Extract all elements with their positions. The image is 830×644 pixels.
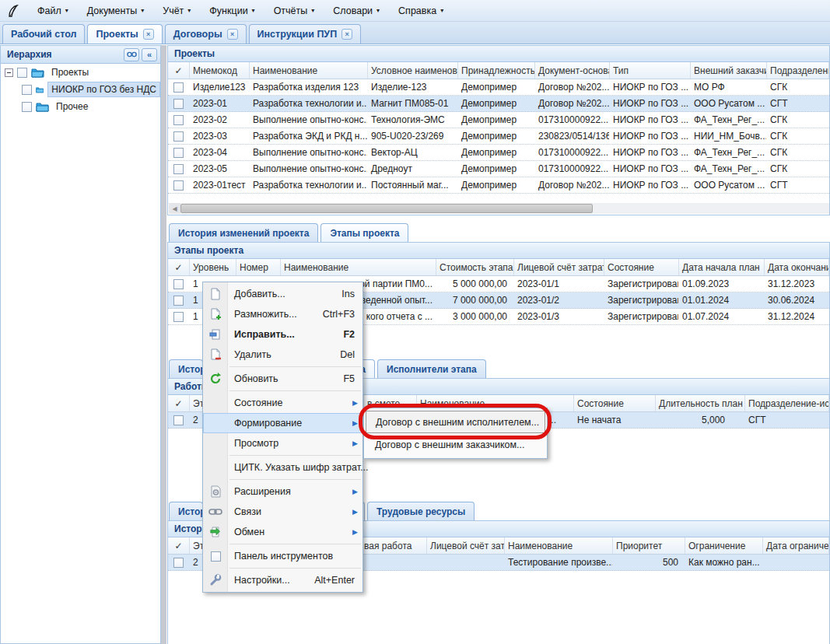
row-checkbox[interactable]: [173, 115, 184, 125]
tree-checkbox[interactable]: [22, 102, 32, 112]
menu-help[interactable]: Справка▾: [389, 2, 453, 19]
select-all-checkmark-icon[interactable]: ✓: [168, 62, 190, 79]
menu-item-toolbar-toggle[interactable]: Панель инструментов: [203, 546, 362, 566]
tree-node-projects[interactable]: Проекты: [1, 64, 160, 81]
table-row-selected[interactable]: 2023-01Разработка технологии и...Магнит …: [168, 96, 829, 112]
row-checkbox[interactable]: [173, 180, 184, 191]
tab-history-fragment[interactable]: Истор: [169, 502, 203, 520]
tab-contracts[interactable]: Договоры×: [165, 24, 247, 44]
row-checkbox[interactable]: [173, 558, 184, 568]
close-icon[interactable]: ×: [143, 29, 154, 40]
table-row[interactable]: 2023-01тестРазработка технологии и...Пос…: [168, 177, 829, 194]
column-header[interactable]: Приоритет: [613, 537, 685, 554]
table-row[interactable]: 2023-05Выполнение опытно-конс...Дредноут…: [168, 161, 829, 177]
projects-panel: Проекты ✓ Мнемокод Наименование Условное…: [167, 45, 830, 215]
close-icon[interactable]: ×: [227, 29, 238, 40]
menu-item-citk-cost-code[interactable]: ЦИТК. Указать шифр затрат...: [203, 457, 362, 478]
menu-dictionaries[interactable]: Словари▾: [324, 2, 389, 19]
column-header[interactable]: Наименование: [281, 259, 436, 275]
row-checkbox[interactable]: [173, 296, 184, 306]
table-row[interactable]: Изделие123Разработка изделия 123Изделие-…: [168, 79, 829, 96]
table-row[interactable]: 2023-04Выполнение опытно-конс...Вектор-А…: [168, 145, 829, 161]
column-header[interactable]: Документ-основан: [535, 62, 610, 79]
menu-item-exchange[interactable]: Обмен▶: [203, 522, 362, 542]
column-header[interactable]: Внешний заказчик: [691, 62, 767, 79]
tree-node-other[interactable]: Прочее: [1, 98, 160, 115]
close-icon[interactable]: ×: [341, 29, 352, 40]
tree-checkbox[interactable]: [17, 68, 27, 78]
menubar: Файл▾ Документы▾ Учёт▾ Функции▾ Отчёты▾ …: [0, 0, 830, 22]
select-all-checkmark-icon[interactable]: ✓: [168, 395, 190, 411]
column-header[interactable]: Номер: [236, 259, 281, 275]
menu-item-extensions[interactable]: Расширения▶: [203, 481, 362, 502]
scroll-left-icon[interactable]: ◀: [169, 203, 180, 214]
select-all-checkmark-icon[interactable]: ✓: [168, 537, 190, 554]
menu-file[interactable]: Файл▾: [28, 2, 78, 19]
row-checkbox[interactable]: [173, 164, 184, 174]
menu-functions[interactable]: Функции▾: [200, 2, 264, 19]
submenu-item-external-executor-contract[interactable]: Договор с внешним исполнителем...: [366, 411, 545, 433]
tab-desktop[interactable]: Рабочий стол: [2, 24, 85, 44]
menu-item-formation[interactable]: Формирование▶: [203, 413, 362, 433]
column-header[interactable]: Уровень: [190, 259, 236, 275]
menu-item-delete[interactable]: УдалитьDel: [203, 345, 362, 365]
scrollbar-thumb[interactable]: [180, 204, 593, 213]
tab-labor-resources[interactable]: Трудовые ресурсы: [367, 502, 475, 520]
column-header[interactable]: Наименование: [505, 537, 613, 554]
tab-project-stages[interactable]: Этапы проекта: [320, 223, 408, 242]
menu-item-state[interactable]: Состояние▶: [203, 393, 362, 413]
row-checkbox[interactable]: [173, 148, 184, 158]
column-header[interactable]: Дата начала план: [679, 259, 765, 275]
column-header-sorted[interactable]: Длительность план ▼: [656, 395, 745, 411]
tab-history-fragment[interactable]: Истор: [169, 359, 203, 378]
menu-item-settings[interactable]: Настройки...Alt+Enter: [203, 570, 362, 590]
row-checkbox[interactable]: [173, 131, 184, 142]
column-header[interactable]: Лицевой счёт затрат.: [514, 259, 604, 275]
row-checkbox[interactable]: [173, 99, 184, 109]
column-header[interactable]: Подразделение: [767, 62, 829, 79]
column-header[interactable]: Дата окончани: [765, 259, 829, 275]
column-header[interactable]: Состояние: [604, 259, 679, 275]
collapse-icon[interactable]: «: [142, 48, 157, 61]
tree-expander-icon[interactable]: [5, 68, 13, 77]
menu-item-refresh[interactable]: ОбновитьF5: [203, 369, 362, 389]
menu-accounting[interactable]: Учёт▾: [153, 2, 200, 19]
column-header[interactable]: Подразделение-испо: [745, 395, 829, 411]
column-header[interactable]: Мнемокод: [190, 62, 250, 79]
column-header[interactable]: Лицевой счёт затр: [427, 537, 505, 554]
column-header[interactable]: Стоимость этапа: [436, 259, 514, 275]
column-header[interactable]: Тип: [610, 62, 691, 79]
tab-projects[interactable]: Проекты×: [87, 24, 162, 44]
row-checkbox[interactable]: [173, 279, 184, 289]
tree-checkbox[interactable]: [22, 85, 32, 95]
table-row[interactable]: 2023-02Выполнение опытно-конс...Технолог…: [168, 112, 829, 128]
column-header[interactable]: Ограничение: [685, 537, 763, 554]
menu-item-clone[interactable]: Размножить...Ctrl+F3: [203, 304, 362, 324]
column-header[interactable]: Состояние: [574, 395, 656, 411]
column-header[interactable]: вая работа: [361, 537, 427, 554]
tab-stage-executors[interactable]: Исполнители этапа: [377, 359, 486, 378]
splitter[interactable]: [161, 45, 166, 644]
menu-item-edit[interactable]: Исправить...F2: [203, 324, 362, 345]
column-header[interactable]: Принадлежность: [458, 62, 535, 79]
menu-item-links[interactable]: Связи▶: [203, 502, 362, 522]
horizontal-scrollbar[interactable]: ◀: [169, 203, 829, 214]
tree-node-niokr[interactable]: НИОКР по ГОЗ без НДС: [1, 81, 160, 98]
menu-documents[interactable]: Документы▾: [78, 2, 153, 19]
select-all-checkmark-icon[interactable]: ✓: [168, 259, 190, 275]
row-checkbox[interactable]: [173, 82, 184, 93]
menu-item-view[interactable]: Просмотр▶: [203, 433, 362, 453]
column-header[interactable]: Условное наименова: [368, 62, 458, 79]
column-header[interactable]: Наименование: [250, 62, 368, 79]
table-row[interactable]: 2023-03Разработка ЭКД и РКД н...905-U020…: [168, 128, 829, 145]
submenu-item-external-customer-contract[interactable]: Договор с внешним заказчиком...: [366, 433, 545, 456]
menu-item-add[interactable]: Добавить...Ins: [203, 284, 362, 304]
column-header[interactable]: Дата ограничени: [763, 537, 829, 554]
search-icon[interactable]: [124, 48, 139, 61]
tab-instructions[interactable]: Инструкции ПУП×: [249, 24, 362, 44]
chevron-down-icon: ▾: [65, 7, 68, 14]
tab-project-history[interactable]: История изменений проекта: [169, 223, 318, 242]
menu-reports[interactable]: Отчёты▾: [264, 2, 324, 19]
row-checkbox[interactable]: [173, 415, 184, 425]
row-checkbox[interactable]: [173, 312, 184, 322]
